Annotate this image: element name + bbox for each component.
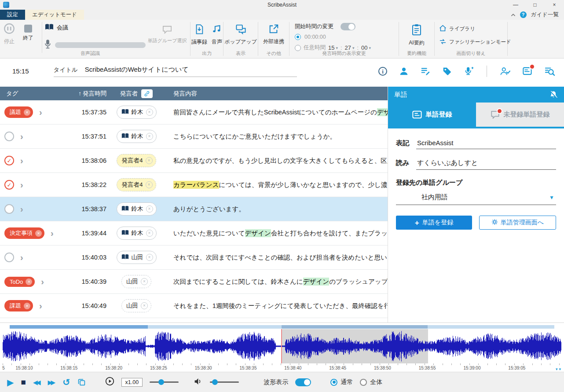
expand-chevron-icon[interactable]: › <box>20 156 23 165</box>
transcript-row[interactable]: ✓›15:38:06発言者4×私の意見なのですが、もう少し見出しの文字を大きくし… <box>0 149 388 173</box>
tag-badge[interactable]: 議題× <box>4 106 33 118</box>
meeting-mode-indicator[interactable]: 会議 <box>45 23 68 32</box>
volume-slider-thumb[interactable] <box>212 379 218 385</box>
tab-settings[interactable]: 設定 <box>0 10 25 20</box>
end-button[interactable]: 終了 <box>23 23 33 42</box>
expand-chevron-icon[interactable]: › <box>41 277 44 286</box>
mode-normal-radio[interactable]: 通常 <box>330 378 353 386</box>
speaker-check-icon[interactable] <box>500 66 510 76</box>
expand-chevron-icon[interactable]: › <box>51 229 54 238</box>
transcript-row[interactable]: 議題×›15:37:35鈴木×前回皆さんにメールで共有したScribeAssis… <box>0 100 388 125</box>
facilitation-mode-button[interactable]: ファシリテーションモード <box>439 38 511 46</box>
remove-tag-icon[interactable]: × <box>26 278 32 285</box>
speed-slider[interactable] <box>150 381 179 383</box>
mode-whole-radio[interactable]: 全体 <box>360 378 382 386</box>
mic-plus-icon[interactable] <box>464 66 474 76</box>
remove-tag-icon[interactable]: × <box>24 303 30 309</box>
tag-icon[interactable] <box>442 66 452 76</box>
utterance-text[interactable]: カラーバランスについては、背景が少し薄いかなと思いますので、少し濃くしていただ <box>166 181 388 189</box>
speaker-chip[interactable]: 鈴木× <box>117 130 157 143</box>
utterance-text[interactable]: それでは、次回までにすべきことの確認、および担当者を決めたいと思います。 <box>166 253 388 262</box>
minutes-export-button[interactable]: 議事録 <box>191 24 207 46</box>
play-button[interactable]: ▶ <box>7 378 14 387</box>
expand-chevron-icon[interactable]: › <box>20 205 23 213</box>
remove-tag-icon[interactable]: × <box>24 109 30 116</box>
waveform-toggle[interactable] <box>295 378 311 386</box>
transcript-row[interactable]: ›15:38:37鈴木×ありがとうございます。 <box>0 197 388 221</box>
header-speaker[interactable]: 発言者 <box>106 89 166 98</box>
tab-unregistered-words[interactable]: 未登録単語登録 <box>476 103 564 127</box>
title-field[interactable]: タイトル ScribeAssistのWebサイトについて <box>54 66 297 77</box>
expand-chevron-icon[interactable]: › <box>20 253 23 262</box>
word-panel-toggle-icon[interactable] <box>522 66 532 76</box>
remove-speaker-icon[interactable]: × <box>146 230 153 237</box>
timeline-scroll-icons[interactable]: ▾▾ <box>556 367 562 371</box>
tab-word-register[interactable]: 単語登録 <box>388 103 476 127</box>
speaker-chip[interactable]: 山田× <box>117 251 157 264</box>
notation-input[interactable]: ScribeAssist <box>416 138 556 149</box>
speed-slider-thumb[interactable] <box>158 379 164 385</box>
copy-button[interactable] <box>77 378 86 386</box>
tab-edit-mode[interactable]: エディットモード <box>25 10 84 20</box>
link-speaker-icon[interactable] <box>141 89 153 98</box>
remove-speaker-icon[interactable]: × <box>141 302 148 309</box>
check-circle-icon[interactable]: ✓ <box>4 180 14 190</box>
utterance-text[interactable]: それをまた、1週間後のミーティングにて発表していただき、最終確認を行いたいと思 <box>166 302 388 310</box>
speaker-chip[interactable]: 鈴木× <box>117 202 157 216</box>
utterance-text[interactable]: ありがとうございます。 <box>166 205 388 213</box>
utterance-text[interactable]: 私の意見なのですが、もう少し見出しの文字を大きくしてもらえると、区別がつきや <box>166 157 388 165</box>
rewind-button[interactable]: ◀◀ <box>33 379 41 385</box>
notification-off-icon[interactable] <box>549 90 558 99</box>
utterance-text[interactable]: こちらについてなにかご意見いただけますでしょうか。 <box>166 132 388 141</box>
remove-speaker-icon[interactable]: × <box>146 181 153 188</box>
speaker-chip[interactable]: 山田× <box>121 299 151 312</box>
guide-list-link[interactable]: ガイド一覧 <box>531 11 559 18</box>
utterance-text[interactable]: 前回皆さんにメールで共有したScribeAssistについてのホームページのデザ… <box>166 108 388 117</box>
speaker-chip[interactable]: 鈴木× <box>117 106 157 119</box>
external-link-button[interactable]: 外部連携 <box>263 24 284 45</box>
transcript-row[interactable]: 課題×›15:40:49山田×それをまた、1週間後のミーティングにて発表していた… <box>0 294 388 318</box>
utterance-text[interactable]: いただいた意見についてデザイン会社と打ち合わせを設けて、またブラッシュアップし <box>166 229 388 238</box>
register-word-button[interactable]: + 単語を登録 <box>396 216 472 230</box>
collapse-ribbon-icon[interactable] <box>511 12 516 18</box>
remove-speaker-icon[interactable]: × <box>146 254 153 261</box>
help-icon[interactable]: ? <box>520 11 527 18</box>
transcript-row[interactable]: 決定事項×›15:39:44鈴木×いただいた意見についてデザイン会社と打ち合わせ… <box>0 221 388 245</box>
expand-chevron-icon[interactable]: › <box>20 180 23 189</box>
tag-badge[interactable]: ToDo× <box>4 277 35 287</box>
transcript-row[interactable]: ToDo×›15:40:39山田×次回までにすることに関しては、鈴木さんにデザイ… <box>0 270 388 294</box>
audio-waveform[interactable] <box>0 329 564 363</box>
repeat-button[interactable]: ↺ <box>62 377 70 387</box>
speed-value[interactable]: x1.00 <box>121 378 143 387</box>
volume-slider[interactable] <box>210 381 239 383</box>
volume-icon[interactable] <box>194 377 203 387</box>
empty-circle-icon[interactable] <box>4 132 14 141</box>
start-time-toggle[interactable] <box>341 23 355 30</box>
title-input[interactable]: ScribeAssistのWebサイトについて <box>85 66 189 74</box>
stop-button[interactable]: 停止 <box>4 23 15 45</box>
info-icon[interactable]: i <box>378 67 387 76</box>
remove-speaker-icon[interactable]: × <box>146 109 153 116</box>
maximize-button[interactable]: □ <box>525 0 545 10</box>
tag-badge[interactable]: 課題× <box>4 300 33 311</box>
speaker-chip[interactable]: 鈴木× <box>117 227 157 240</box>
speaker-manage-icon[interactable] <box>399 66 409 76</box>
check-circle-icon[interactable]: ✓ <box>4 156 14 165</box>
remove-speaker-icon[interactable]: × <box>146 133 153 140</box>
edit-list-icon[interactable] <box>421 66 430 76</box>
library-button[interactable]: ライブラリ <box>439 25 511 33</box>
reading-input[interactable]: すくらいぶあしすと <box>416 158 556 170</box>
close-button[interactable]: × <box>545 0 564 10</box>
transcript-row[interactable]: ›15:37:51鈴木×こちらについてなにかご意見いただけますでしょうか。 <box>0 125 388 149</box>
audio-export-button[interactable]: 音声 <box>212 24 222 46</box>
speaker-chip[interactable]: 発言者4× <box>117 154 156 167</box>
remove-speaker-icon[interactable]: × <box>146 205 153 212</box>
header-time[interactable]: ↑ 発言時間 <box>66 90 106 98</box>
stop-playback-button[interactable]: ■ <box>21 378 26 386</box>
empty-circle-icon[interactable] <box>4 253 14 262</box>
header-tag[interactable]: タグ <box>0 90 66 98</box>
transcript-row[interactable]: ✓›15:38:22発言者4×カラーバランスについては、背景が少し薄いかなと思い… <box>0 173 388 197</box>
word-group-select-button[interactable]: 単語グループ選択 <box>146 25 188 44</box>
expand-chevron-icon[interactable]: › <box>20 132 23 141</box>
remove-speaker-icon[interactable]: × <box>146 157 153 164</box>
